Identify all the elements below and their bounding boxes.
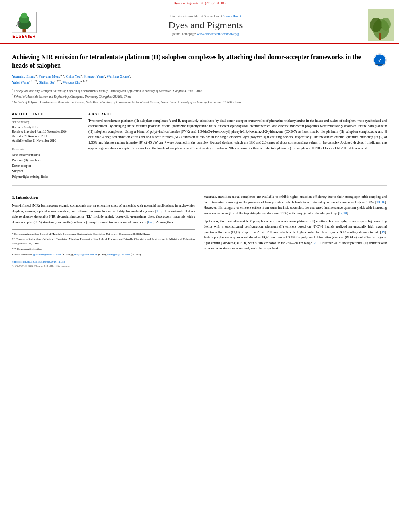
elsevier-tree-icon: [10, 11, 38, 33]
keywords-heading: Keywords:: [12, 148, 82, 151]
footnote-email: E-mail addresses: qjj830404@hotmail.com …: [12, 253, 195, 257]
keyword-polymer-leds: Polymer light-emitting diodes: [12, 174, 82, 180]
article-title-text: Achieving NIR emission for tetradentate …: [12, 53, 373, 70]
footnote-corresponding-2: ** Corresponding author. College of Chem…: [12, 237, 195, 246]
keyword-platinum: Platinum (II) complexes: [12, 158, 82, 163]
available-online-date: Available online 21 November 2016: [12, 138, 82, 143]
elsevier-brand-text: ELSEVIER: [12, 34, 35, 39]
footnote-corresponding-1: * Corresponding author. School of Materi…: [12, 232, 195, 236]
svg-text:✓: ✓: [378, 58, 382, 63]
svg-rect-5: [18, 23, 19, 26]
intro-para-3: Up to now, the most efficient NIR phosph…: [204, 219, 387, 252]
article-title: Achieving NIR emission for tetradentate …: [12, 53, 387, 70]
revised-date: Received in revised form 16 November 201…: [12, 129, 82, 134]
svg-point-3: [21, 13, 28, 19]
main-content: Achieving NIR emission for tetradentate …: [0, 44, 399, 272]
journal-title-section: Contents lists available at ScienceDirec…: [48, 9, 363, 41]
journal-homepage: journal homepage: www.elsevier.com/locat…: [172, 32, 239, 36]
ref-6-9[interactable]: 6–9: [148, 220, 154, 224]
keyword-near-infrared: Near-infrared emission: [12, 152, 82, 158]
author-fanyuan-meng[interactable]: Fanyuan Meng: [39, 74, 60, 78]
affiliation-c: c Institute of Polymer Optoelectronic Ma…: [12, 99, 387, 105]
author-wenjing-xiong[interactable]: Wenjing Xiong: [107, 74, 129, 78]
journal-name: Dyes and Pigments: [168, 20, 243, 31]
doi-link[interactable]: http://dx.doi.org/10.1016/j.dyepig.2016.…: [12, 260, 65, 263]
page-wrapper: Dyes and Pigments 138 (2017) 100–106 ELS…: [0, 0, 399, 532]
body-content: 1. Introduction Near-infrared (NIR) lumi…: [12, 190, 387, 268]
email-wang[interactable]: qjj830404@hotmail.com: [33, 253, 61, 256]
info-abstract-section: ARTICLE INFO Article history: Received 5…: [12, 112, 387, 180]
introduction-heading: 1. Introduction: [12, 194, 195, 201]
footnote-corresponding-3: *** Corresponding author.: [12, 247, 195, 251]
authors-section: Youming Zhanga, Fanyuan Menga, c, Caifa …: [12, 73, 387, 86]
abstract-section: ABSTRACT Two novel tetradentate platinum…: [88, 112, 387, 180]
affiliation-a: a College of Chemistry, Xiangtan Univers…: [12, 88, 387, 93]
keywords-section: Keywords: Near-infrared emission Platinu…: [12, 146, 82, 180]
article-info-heading: ARTICLE INFO: [12, 112, 82, 116]
svg-point-12: [381, 18, 391, 31]
section-divider-1: [12, 109, 387, 109]
accepted-date: Accepted 20 November 2016: [12, 134, 82, 138]
ref-19[interactable]: 19: [382, 230, 385, 234]
author-shijian-su[interactable]: Shijian Su: [39, 80, 54, 84]
ref-1-5[interactable]: 1–5: [156, 209, 162, 213]
author-weiguo-zhu[interactable]: Weiguo Zhu: [63, 80, 81, 84]
email-su[interactable]: mssjsu@scur.edu.cn: [74, 253, 97, 256]
citation-text: Dyes and Pigments 138 (2017) 100–106: [173, 2, 225, 5]
article-history-section: Article history: Received 5 July 2016 Re…: [12, 118, 82, 143]
author-caifa-you[interactable]: Caifa You: [66, 74, 80, 78]
sciencedirect-link[interactable]: ScienceDirect: [223, 14, 241, 18]
history-heading: Article history:: [12, 120, 82, 124]
elsevier-logo: ELSEVIER: [4, 9, 44, 41]
keyword-donor-acceptor: Donor-acceptor: [12, 163, 82, 169]
crossmark-icon: ✓ CrossMark: [373, 53, 387, 67]
ref-10-16[interactable]: 10–16: [376, 200, 385, 204]
footnotes-section: * Corresponding author. School of Materi…: [12, 229, 195, 269]
body-col-right: materials, transition-metal complexes ar…: [204, 194, 387, 268]
ref-17-18[interactable]: 17,18: [339, 211, 347, 215]
svg-line-6: [16, 25, 18, 26]
homepage-link[interactable]: www.elsevier.com/locate/dyepig: [197, 32, 239, 36]
svg-rect-13: [379, 33, 381, 40]
journal-cover: dyesandPigments: [367, 9, 395, 41]
section-divider-2: [12, 185, 387, 186]
email-zhu[interactable]: zhuwg18@126.com: [107, 253, 130, 256]
intro-para-1: Near-infrared (NIR) luminescent organic …: [12, 203, 195, 225]
copyright-section: 0143-7208/© 2016 Elsevier Ltd. All right…: [12, 264, 195, 269]
affiliation-b: b School of Materials Science and Engine…: [12, 93, 387, 99]
keyword-salophen: Salophen: [12, 168, 82, 174]
journal-header: ELSEVIER Contents lists available at Sci…: [0, 6, 399, 44]
author-shengyi-yang[interactable]: Shengyi Yang: [84, 74, 104, 78]
affiliations-section: a College of Chemistry, Xiangtan Univers…: [12, 88, 387, 104]
abstract-heading: ABSTRACT: [88, 112, 387, 116]
abstract-text: Two novel tetradentate platinum (II) sal…: [88, 118, 387, 151]
svg-point-4: [18, 21, 20, 24]
author-yafei-wang[interactable]: Yafei Wang: [12, 80, 29, 84]
journal-cover-image: dyesandPigments: [368, 9, 394, 41]
intro-para-2: materials, transition-metal complexes ar…: [204, 194, 387, 216]
ref-20[interactable]: 20: [314, 241, 317, 245]
svg-text:CrossMark: CrossMark: [375, 64, 385, 66]
article-info-panel: ARTICLE INFO Article history: Received 5…: [12, 112, 82, 180]
citation-bar: Dyes and Pigments 138 (2017) 100–106: [0, 0, 399, 6]
author-youming-zhang[interactable]: Youming Zhang: [12, 74, 35, 78]
sciencedirect-note: Contents lists available at ScienceDirec…: [170, 14, 241, 18]
doi-section: http://dx.doi.org/10.1016/j.dyepig.2016.…: [12, 260, 195, 264]
body-col-left: 1. Introduction Near-infrared (NIR) lumi…: [12, 194, 195, 268]
svg-point-11: [370, 18, 382, 32]
received-date: Received 5 July 2016: [12, 125, 82, 129]
